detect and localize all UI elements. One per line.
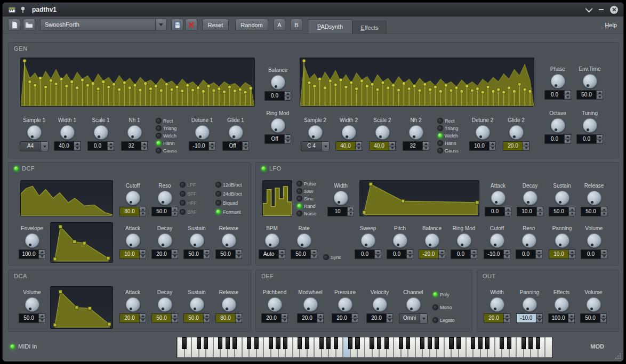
spin-down-button[interactable] xyxy=(352,319,358,323)
black-key[interactable] xyxy=(218,337,222,349)
knob[interactable] xyxy=(342,125,356,140)
pin-icon[interactable] xyxy=(20,6,26,13)
black-key[interactable] xyxy=(507,337,511,349)
spin-down-button[interactable] xyxy=(140,319,146,323)
spin-up-button[interactable] xyxy=(279,250,285,255)
lfo-enabled-led[interactable] xyxy=(261,166,266,171)
spin-up-button[interactable] xyxy=(243,142,248,147)
harmonics-display-2[interactable] xyxy=(300,58,534,107)
reset-button[interactable]: Reset xyxy=(202,19,229,31)
black-key[interactable] xyxy=(182,337,186,349)
knob[interactable] xyxy=(409,125,423,140)
spin-up-button[interactable] xyxy=(204,250,210,255)
spin-down-button[interactable] xyxy=(140,212,146,216)
spin-down-button[interactable] xyxy=(569,255,575,259)
combo-dropdown-button[interactable] xyxy=(420,314,427,323)
spin-up-button[interactable] xyxy=(140,207,146,212)
spin-down-button[interactable] xyxy=(601,255,607,259)
knob[interactable] xyxy=(190,233,204,248)
value-spinbox[interactable]: 20.0 xyxy=(503,141,529,151)
value-spinbox[interactable]: 32 xyxy=(121,141,148,151)
value-spinbox[interactable]: 10.0 xyxy=(119,249,146,259)
spin-up-button[interactable] xyxy=(209,142,215,147)
value-spinbox[interactable]: -10.0 xyxy=(516,313,543,323)
knob[interactable] xyxy=(25,297,39,312)
shape2-welch-radio[interactable]: Welch xyxy=(438,133,459,139)
knob[interactable] xyxy=(268,297,282,312)
value-spinbox[interactable]: Auto xyxy=(259,249,285,259)
value-spinbox[interactable]: 50.0 xyxy=(580,313,607,323)
knob[interactable] xyxy=(303,297,318,312)
knob[interactable] xyxy=(555,191,569,205)
value-spinbox[interactable]: 50.0 xyxy=(183,249,210,259)
spin-up-button[interactable] xyxy=(172,314,178,319)
spin-down-button[interactable] xyxy=(375,255,381,259)
dcf-slope-biquad-radio[interactable]: Biquad xyxy=(216,200,242,206)
black-key[interactable] xyxy=(334,337,338,349)
compare-a-button[interactable]: A xyxy=(274,19,285,31)
knob[interactable] xyxy=(222,233,236,248)
value-spinbox[interactable]: 50.0 xyxy=(151,207,178,216)
value-spinbox[interactable]: 0.0 xyxy=(516,249,542,259)
black-key[interactable] xyxy=(226,337,230,349)
value-spinbox[interactable]: 40.0 xyxy=(369,141,396,151)
shape2-triang-radio[interactable]: Triang xyxy=(438,125,459,131)
spin-up-button[interactable] xyxy=(172,207,178,212)
spin-up-button[interactable] xyxy=(439,250,445,255)
black-key[interactable] xyxy=(204,337,208,349)
knob[interactable] xyxy=(583,74,597,88)
spin-down-button[interactable] xyxy=(236,255,242,259)
spin-up-button[interactable] xyxy=(204,314,210,319)
knob[interactable] xyxy=(297,233,311,248)
value-spinbox[interactable]: 50.0 xyxy=(576,90,603,100)
spin-down-button[interactable] xyxy=(523,147,529,151)
black-key[interactable] xyxy=(305,337,309,349)
dcf-type-bpf-radio[interactable]: BPF xyxy=(180,191,197,197)
spin-down-button[interactable] xyxy=(423,147,429,151)
knob[interactable] xyxy=(476,125,490,140)
combo-box[interactable]: Omni xyxy=(399,313,428,323)
spin-down-button[interactable] xyxy=(407,255,413,259)
lfo-shape-rand-radio[interactable]: Rand xyxy=(297,203,316,209)
knob[interactable] xyxy=(126,191,140,205)
dcf-envelope-display[interactable] xyxy=(50,222,113,263)
knob[interactable] xyxy=(555,297,569,312)
spin-down-button[interactable] xyxy=(504,319,510,323)
black-key[interactable] xyxy=(355,337,359,349)
knob[interactable] xyxy=(338,297,352,312)
knob[interactable] xyxy=(126,233,140,248)
value-spinbox[interactable]: 10.0 xyxy=(469,141,496,151)
dcf-slope-formant-radio[interactable]: Formant xyxy=(216,209,242,215)
spin-down-button[interactable] xyxy=(39,255,45,259)
value-spinbox[interactable]: 50.0 xyxy=(215,249,242,259)
harmonics-display-1[interactable] xyxy=(20,58,255,107)
spin-up-button[interactable] xyxy=(352,314,358,319)
dcf-slope-12db-radio[interactable]: 12dB/oct xyxy=(216,182,242,188)
black-key[interactable] xyxy=(456,337,461,349)
knob[interactable] xyxy=(490,297,504,312)
spin-down-button[interactable] xyxy=(74,147,80,151)
spin-down-button[interactable] xyxy=(172,319,178,323)
shape1-triang-radio[interactable]: Triang xyxy=(156,125,177,131)
black-key[interactable] xyxy=(420,337,424,349)
dcf-type-hpf-radio[interactable]: HPF xyxy=(180,200,197,206)
black-key[interactable] xyxy=(370,337,374,349)
value-spinbox[interactable]: 40.0 xyxy=(335,141,362,151)
tab-effects[interactable]: Effects xyxy=(352,21,387,34)
help-button[interactable]: Help xyxy=(605,19,617,31)
black-key[interactable] xyxy=(449,337,453,349)
value-spinbox[interactable]: 0.0 xyxy=(485,207,511,216)
value-spinbox[interactable]: 50.0 xyxy=(151,313,178,323)
knob[interactable] xyxy=(425,233,439,248)
spin-down-button[interactable] xyxy=(209,147,215,151)
spin-up-button[interactable] xyxy=(537,207,543,212)
preset-combo-dropdown-button[interactable] xyxy=(155,19,166,30)
value-spinbox[interactable]: 20.0 xyxy=(119,313,146,323)
spin-down-button[interactable] xyxy=(317,319,323,323)
tab-padsynth[interactable]: PADsynth xyxy=(308,19,352,34)
combo-box[interactable]: A4 xyxy=(20,141,49,151)
def-mode-poly-radio[interactable]: Poly xyxy=(433,292,455,297)
value-spinbox[interactable]: 10.0 xyxy=(549,249,575,259)
combo-dropdown-button[interactable] xyxy=(322,142,329,151)
knob[interactable] xyxy=(158,297,172,312)
